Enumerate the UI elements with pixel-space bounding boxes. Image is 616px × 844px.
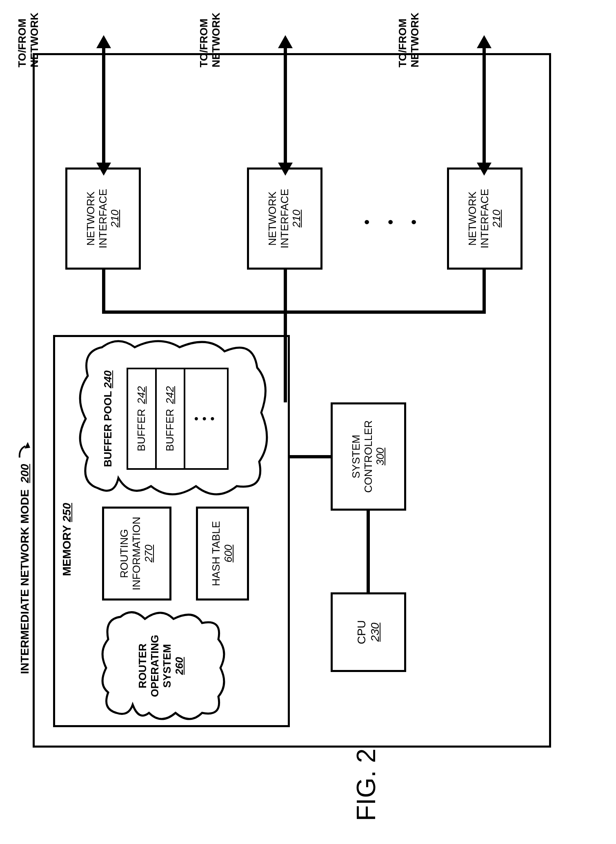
buffer-row-1: BUFFER242 — [128, 369, 157, 468]
routing-info-box: ROUTING INFORMATION 270 — [102, 507, 171, 601]
memory-label: MEMORY 250 — [60, 503, 73, 576]
cpu-box: CPU 230 — [331, 592, 406, 672]
net-label-2: TO/FROMNETWORK — [198, 13, 222, 67]
network-interface-1: NETWORKINTERFACE210 — [65, 167, 141, 270]
diagram-title: INTERMEDIATE NETWORK MODE 200 — [16, 444, 31, 674]
buffer-stack: BUFFER242 BUFFER242 ••• — [127, 368, 229, 470]
svg-marker-0 — [24, 442, 30, 449]
buffer-pool-cloud: BUFFER POOL 240 BUFFER242 BUFFER242 ••• — [78, 339, 269, 498]
network-interface-2: NETWORKINTERFACE210 — [247, 167, 322, 270]
system-controller-box: SYSTEM CONTROLLER 300 — [331, 402, 406, 511]
buffer-pool-label: BUFFER POOL 240 — [102, 339, 114, 498]
hash-table-box: HASH TABLE 600 — [196, 507, 249, 601]
net-label-3: TO/FROMNETWORK — [397, 13, 421, 67]
router-os-cloud: ROUTER OPERATING SYSTEM 260 — [100, 611, 227, 721]
net-label-1: TO/FROMNETWORK — [16, 13, 41, 67]
network-interface-3: NETWORKINTERFACE210 — [447, 167, 523, 270]
buffer-row-2: BUFFER242 — [157, 369, 185, 468]
buffer-ellipsis: ••• — [194, 412, 218, 425]
nif-ellipsis: ••• — [355, 215, 426, 225]
figure-caption: FIG. 2 — [351, 748, 381, 821]
